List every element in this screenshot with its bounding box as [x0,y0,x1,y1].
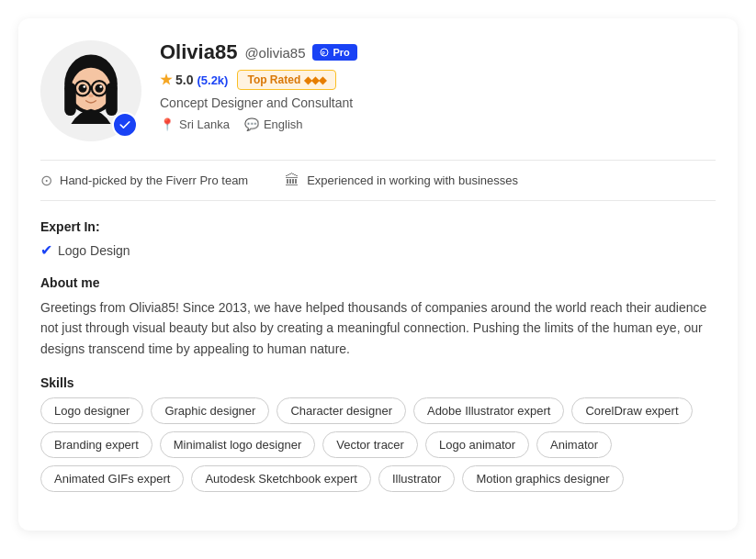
language-icon: 💬 [244,117,259,131]
profile-header: Olivia85 @olivia85 P Pro ★ 5.0 (5.2k) To… [40,40,716,141]
skills-title: Skills [40,375,716,390]
expert-in-section: Expert In: ✔ Logo Design [40,219,716,259]
about-title: About me [40,275,716,290]
skill-tag[interactable]: Logo designer [40,397,143,424]
profile-card: Olivia85 @olivia85 P Pro ★ 5.0 (5.2k) To… [18,18,738,531]
highlight-handpicked: ⊙ Hand-picked by the Fiverr Pro team [40,172,248,189]
skill-tag[interactable]: Adobe Illustrator expert [413,397,564,424]
skill-tag[interactable]: Autodesk Sketchbook expert [191,465,371,492]
location-icon: 📍 [160,117,175,131]
skill-tag[interactable]: Branding expert [40,431,152,458]
profession: Concept Designer and Consultant [160,95,716,110]
location-text: Sri Lanka [179,117,230,131]
svg-point-11 [83,85,85,88]
handpicked-text: Hand-picked by the Fiverr Pro team [60,173,248,187]
skill-tag[interactable]: Animator [536,431,612,458]
skill-tag[interactable]: Animated GIFs expert [40,465,184,492]
svg-point-9 [79,84,87,93]
expert-in-title: Expert In: [40,219,716,234]
language-item: 💬 English [244,117,303,131]
pro-highlights: ⊙ Hand-picked by the Fiverr Pro team 🏛 E… [40,160,716,201]
verified-badge [112,112,138,138]
skill-tag[interactable]: Vector tracer [322,431,418,458]
star-icon: ★ [160,72,172,88]
avatar-wrapper [40,40,141,141]
svg-point-10 [96,84,104,93]
check-icon: ✔ [40,241,52,259]
skill-tag[interactable]: CorelDraw expert [571,397,692,424]
profile-info: Olivia85 @olivia85 P Pro ★ 5.0 (5.2k) To… [160,40,716,131]
username: Olivia85 [160,40,237,64]
location-row: 📍 Sri Lanka 💬 English [160,117,716,131]
highlight-business: 🏛 Experienced in working with businesses [285,172,518,189]
skills-section: Skills Logo designerGraphic designerChar… [40,375,716,492]
handpicked-icon: ⊙ [40,172,52,189]
language-text: English [264,117,303,131]
pro-label: Pro [333,47,349,58]
review-count[interactable]: (5.2k) [197,73,228,87]
location-item: 📍 Sri Lanka [160,117,230,131]
rating-number: 5.0 [175,73,193,87]
name-row: Olivia85 @olivia85 P Pro [160,40,716,64]
rating-row: ★ 5.0 (5.2k) Top Rated ◆◆◆ [160,70,716,90]
svg-text:P: P [322,50,326,56]
skills-grid: Logo designerGraphic designerCharacter d… [40,397,716,492]
about-text: Greetings from Olivia85! Since 2013, we … [40,297,716,359]
about-section: About me Greetings from Olivia85! Since … [40,275,716,359]
skill-tag[interactable]: Motion graphics designer [462,465,623,492]
diamonds-icon: ◆◆◆ [304,74,326,86]
business-text: Experienced in working with businesses [307,173,518,187]
skill-tag[interactable]: Graphic designer [151,397,269,424]
svg-point-12 [99,85,102,88]
top-rated-label: Top Rated [247,73,300,86]
star-rating: ★ 5.0 (5.2k) [160,72,228,88]
skill-tag[interactable]: Logo animator [425,431,529,458]
skill-tag[interactable]: Character designer [276,397,406,424]
expert-item-label: Logo Design [58,243,130,258]
expert-item-logo-design: ✔ Logo Design [40,241,716,259]
svg-point-13 [88,95,93,98]
skill-tag[interactable]: Illustrator [378,465,455,492]
business-icon: 🏛 [285,173,299,189]
skill-tag[interactable]: Minimalist logo designer [160,431,315,458]
handle: @olivia85 [244,45,305,61]
top-rated-badge: Top Rated ◆◆◆ [237,70,336,90]
pro-badge: P Pro [312,44,356,61]
